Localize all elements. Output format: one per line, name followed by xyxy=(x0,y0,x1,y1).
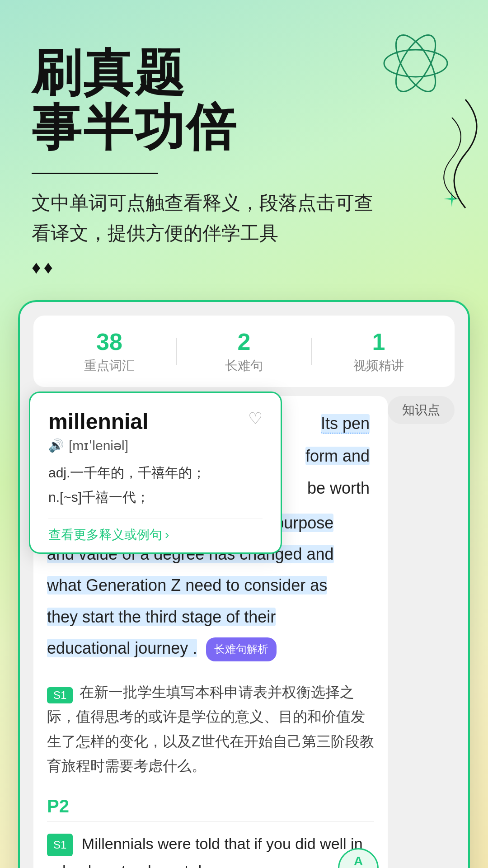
stats-row: 38 重点词汇 2 长难句 1 视频精讲 xyxy=(33,316,455,387)
para1-line4: they start the third stage of their xyxy=(47,603,374,631)
reading-container: millennial ♡ 🔊 [mɪˈleniəl] adj.一千年的，千禧年的… xyxy=(33,396,455,868)
word-def-1: adj.一千年的，千禧年的； xyxy=(48,461,263,485)
word-phonetic: 🔊 [mɪˈleniəl] xyxy=(48,438,263,453)
p2-divider xyxy=(47,821,374,821)
video-count: 1 xyxy=(312,328,446,355)
text-form-and[interactable]: form and xyxy=(305,447,370,465)
speaker-icon[interactable]: 🔊 xyxy=(48,438,64,453)
sentence-count: 2 xyxy=(177,328,311,355)
p2-text: S1 Millennials were told that if you did… xyxy=(47,830,374,868)
p2-label: P2 xyxy=(47,796,374,816)
para1-line5: educational journey . 长难句解析 xyxy=(47,634,374,662)
header-section: 刷真题 事半功倍 文中单词可点触查看释义，段落点击可查看译文，提供方便的伴学工具… xyxy=(0,0,488,278)
main-title: 刷真题 事半功倍 xyxy=(32,45,456,155)
text-educational[interactable]: educational journey . xyxy=(47,639,197,657)
video-label: 视频精讲 xyxy=(312,357,446,374)
dots-decoration: ♦♦ xyxy=(32,257,56,278)
text-what-gen-z[interactable]: what Generation Z need to consider as xyxy=(47,576,327,594)
vocab-label: 重点词汇 xyxy=(42,357,176,374)
stat-vocab: 38 重点词汇 xyxy=(42,328,176,374)
more-examples-link[interactable]: 查看更多释义或例句 › xyxy=(48,526,263,543)
translation-text: 在新一批学生填写本科申请表并权衡选择之际，值得思考的或许是学位的意义、目的和价值… xyxy=(47,684,374,774)
text-be-worth: be worth xyxy=(307,479,370,497)
phonetic-text: [mɪˈleniəl] xyxy=(69,438,128,453)
word-popup: millennial ♡ 🔊 [mɪˈleniəl] adj.一千年的，千禧年的… xyxy=(29,392,282,554)
para1-line3: what Generation Z need to consider as xyxy=(47,571,374,599)
stat-video: 1 视频精讲 xyxy=(312,328,446,374)
text-they-start[interactable]: they start the third stage of their xyxy=(47,608,276,626)
word-def-2: n.[~s]千禧一代； xyxy=(48,485,263,509)
heart-icon[interactable]: ♡ xyxy=(248,409,263,428)
title-divider xyxy=(32,173,158,174)
sentence-label: 长难句 xyxy=(177,357,311,374)
translation-section: S1 在新一批学生填写本科申请表并权衡选择之际，值得思考的或许是学位的意义、目的… xyxy=(47,671,374,783)
text-its-pen[interactable]: Its pen xyxy=(321,414,370,434)
s1-label: S1 xyxy=(47,687,73,703)
more-link-text: 查看更多释义或例句 xyxy=(48,526,162,543)
word-title: millennial xyxy=(48,409,148,434)
translate-icon: A中 xyxy=(354,854,363,868)
p2-s1-label: S1 xyxy=(47,834,73,856)
title-line1: 刷真题 xyxy=(32,45,456,100)
phone-card: 38 重点词汇 2 长难句 1 视频精讲 millennial ♡ 🔊 [mɪˈ… xyxy=(18,300,470,868)
p2-content: Millennials were told that if you did we… xyxy=(47,835,363,868)
knowledge-button[interactable]: 知识点 xyxy=(388,396,455,424)
stat-sentence: 2 长难句 xyxy=(177,328,311,374)
word-definition: adj.一千年的，千禧年的； n.[~s]千禧一代； xyxy=(48,461,263,509)
subtitle-text: 文中单词可点触查看释义，段落点击可查看译文，提供方便的伴学工具 xyxy=(32,188,384,248)
popup-divider xyxy=(48,519,263,519)
long-sentence-badge[interactable]: 长难句解析 xyxy=(206,637,277,661)
title-line2: 事半功倍 xyxy=(32,100,456,155)
vocab-count: 38 xyxy=(42,328,176,355)
more-link-arrow: › xyxy=(165,528,169,542)
word-popup-header: millennial ♡ xyxy=(48,409,263,434)
